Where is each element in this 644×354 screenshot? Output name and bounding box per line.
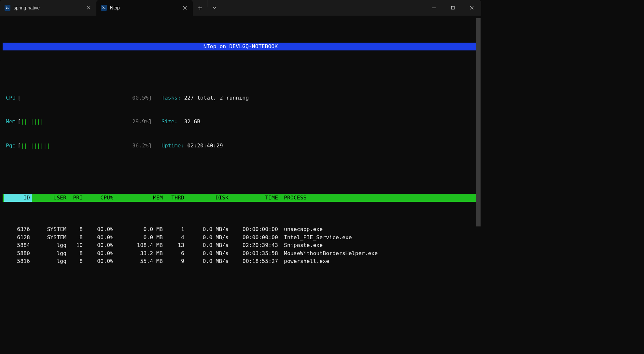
cell-cpu: 00.0%	[85, 241, 115, 250]
cell-user: lgq	[32, 241, 68, 250]
col-disk[interactable]: DISK	[186, 194, 231, 202]
ntop-banner: NTop on DEVLGQ-NOTEBOOK	[3, 43, 479, 50]
cell-disk: 0.0 MB/s	[186, 250, 231, 258]
cell-proc: Intel_PIE_Service.exe	[280, 234, 477, 242]
mem-bars: |||||||	[21, 118, 44, 125]
window-titlebar: spring-native Ntop	[0, 0, 481, 16]
cell-cpu: 00.0%	[85, 250, 115, 258]
process-table-body: 6376SYSTEM800.0%0.0 MB10.0 MB/s00:00:00:…	[2, 225, 479, 264]
size-label: Size:	[161, 118, 178, 125]
cell-cpu: 00.0%	[85, 225, 115, 234]
cell-mem: 108.4 MB	[115, 241, 165, 250]
cell-pri: 8	[68, 257, 85, 264]
minimize-button[interactable]	[425, 0, 443, 16]
process-table-header[interactable]: ID USER PRI CPU% MEM THRD DISK TIME PROC…	[3, 194, 479, 202]
cell-mem: 0.0 MB	[115, 225, 165, 234]
cell-id: 5880	[4, 250, 32, 258]
cell-user: SYSTEM	[32, 225, 68, 234]
tab-close-button[interactable]	[182, 5, 188, 11]
cpu-pct: 00.5%	[128, 94, 148, 102]
scrollbar-thumb[interactable]	[476, 18, 481, 226]
cell-user: lgq	[32, 250, 68, 258]
cell-disk: 0.0 MB/s	[186, 241, 231, 250]
terminal-viewport[interactable]: NTop on DEVLGQ-NOTEBOOK CPU[00.5%] Tasks…	[0, 16, 481, 264]
cell-mem: 55.4 MB	[115, 257, 165, 264]
close-window-button[interactable]	[462, 0, 481, 16]
col-pri[interactable]: PRI	[68, 194, 85, 202]
cell-proc: Snipaste.exe	[280, 241, 477, 250]
col-cpu[interactable]: CPU%	[85, 194, 115, 202]
cell-mem: 33.2 MB	[115, 250, 165, 258]
cell-disk: 0.0 MB/s	[186, 234, 231, 242]
cell-thrd: 9	[165, 257, 186, 264]
pge-label: Pge	[6, 142, 18, 150]
cpu-meter: CPU[00.5%] Tasks: 227 total, 2 running	[6, 94, 479, 102]
meters-block: CPU[00.5%] Tasks: 227 total, 2 running M…	[6, 78, 479, 165]
col-thrd[interactable]: THRD	[165, 194, 186, 202]
cell-id: 6376	[4, 225, 32, 234]
cell-mem: 0.0 MB	[115, 234, 165, 242]
cell-proc: unsecapp.exe	[280, 225, 477, 234]
cpu-label: CPU	[6, 94, 18, 102]
table-row[interactable]: 6376SYSTEM800.0%0.0 MB10.0 MB/s00:00:00:…	[3, 225, 479, 234]
cell-pri: 10	[68, 241, 85, 250]
table-row[interactable]: 5880lgq800.0%33.2 MB60.0 MB/s00:03:35:58…	[3, 250, 479, 258]
mem-pct: 29.9%	[128, 118, 148, 126]
tab-close-button[interactable]	[85, 5, 92, 11]
cell-cpu: 00.0%	[85, 257, 115, 264]
pge-meter: Pge[|||||||||36.2%] Uptime: 02:20:40:29	[6, 142, 479, 150]
tab-spring-native[interactable]: spring-native	[0, 0, 96, 16]
cell-cpu: 00.0%	[85, 234, 115, 242]
cell-time: 02:20:39:43	[231, 241, 280, 250]
new-tab-button[interactable]	[193, 0, 207, 16]
cell-time: 00:03:35:58	[231, 250, 280, 258]
col-id[interactable]: ID	[4, 194, 32, 202]
uptime-label: Uptime:	[161, 143, 184, 149]
cell-thrd: 13	[165, 241, 186, 250]
cell-pri: 8	[68, 234, 85, 242]
cell-proc: MouseWithoutBordersHelper.exe	[280, 250, 477, 258]
pge-bars: |||||||||	[21, 143, 50, 149]
powershell-icon	[5, 5, 10, 11]
cell-proc: powershell.exe	[280, 257, 477, 264]
uptime-value: 02:20:40:29	[187, 143, 223, 149]
tab-title: Ntop	[110, 5, 182, 10]
table-row[interactable]: 6128SYSTEM800.0%0.0 MB40.0 MB/s00:00:00:…	[3, 234, 479, 242]
tasks-value: 227 total, 2 running	[184, 95, 249, 101]
tab-dropdown-button[interactable]	[207, 0, 222, 16]
cell-id: 5884	[4, 241, 32, 250]
table-row[interactable]: 5884lgq1000.0%108.4 MB130.0 MB/s02:20:39…	[3, 241, 479, 250]
col-time[interactable]: TIME	[231, 194, 280, 202]
cell-thrd: 6	[165, 250, 186, 258]
tab-strip: spring-native Ntop	[0, 0, 222, 16]
cell-user: SYSTEM	[32, 234, 68, 242]
vertical-scrollbar[interactable]	[476, 18, 481, 262]
mem-label: Mem	[6, 118, 18, 126]
cell-user: lgq	[32, 257, 68, 264]
window-controls	[425, 0, 481, 16]
cell-pri: 8	[68, 250, 85, 258]
tab-ntop[interactable]: Ntop	[96, 0, 193, 16]
cell-disk: 0.0 MB/s	[186, 225, 231, 234]
cell-id: 6128	[4, 234, 32, 242]
tasks-label: Tasks:	[161, 95, 181, 101]
col-proc[interactable]: PROCESS	[280, 194, 477, 202]
cell-time: 00:00:00:00	[231, 225, 280, 234]
mem-meter: Mem[|||||||29.9%] Size: 32 GB	[6, 118, 479, 126]
tab-title: spring-native	[14, 5, 85, 10]
cell-time: 00:18:55:27	[231, 257, 280, 264]
pge-pct: 36.2%	[128, 142, 148, 150]
powershell-icon	[101, 5, 107, 11]
maximize-button[interactable]	[443, 0, 462, 16]
cell-disk: 0.0 MB/s	[186, 257, 231, 264]
cell-thrd: 4	[165, 234, 186, 242]
cell-time: 00:00:00:00	[231, 234, 280, 242]
size-value: 32 GB	[184, 118, 200, 125]
col-mem[interactable]: MEM	[115, 194, 165, 202]
cell-thrd: 1	[165, 225, 186, 234]
table-row[interactable]: 5816lgq800.0%55.4 MB90.0 MB/s00:18:55:27…	[3, 257, 479, 264]
svg-rect-0	[452, 7, 455, 9]
cell-pri: 8	[68, 225, 85, 234]
cell-id: 5816	[4, 257, 32, 264]
col-user[interactable]: USER	[32, 194, 68, 202]
